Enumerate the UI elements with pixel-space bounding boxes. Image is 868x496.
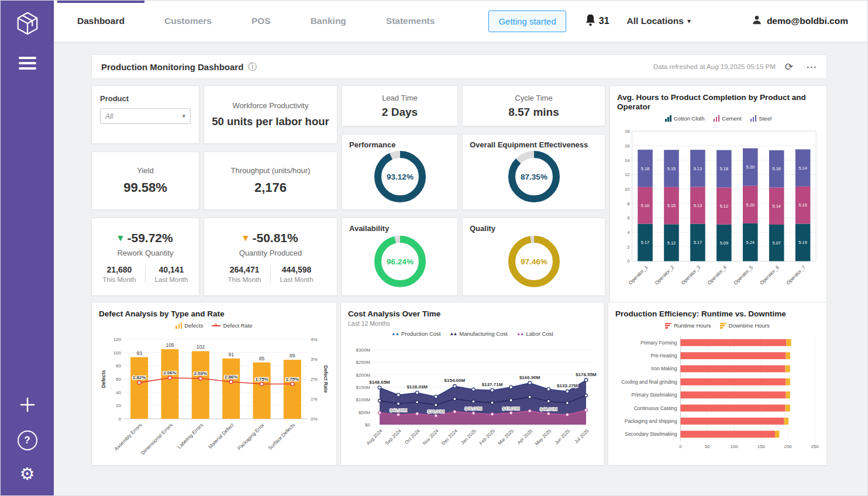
delta-value: -59.72% [128,231,173,245]
kpi-value: 50 units per labor hour [212,115,329,128]
svg-text:Labeling Errors: Labeling Errors [176,422,204,450]
legend-item[interactable]: ▲▲Production Cost [391,330,440,337]
rework-quantity-card: ▼ -59.72% Rework Quantity 21,680 This Mo… [91,218,199,296]
down-arrow-icon: ▼ [243,234,248,242]
notifications[interactable]: 31 [585,13,609,29]
quantity-produced-card: ▼ -50.81% Quantity Produced 264,471 This… [204,218,337,296]
chart-legend: ▲▲Production Cost▲▲Manufacturing Cost▲▲L… [348,329,597,339]
svg-text:$154.00M: $154.00M [445,378,466,383]
location-selector[interactable]: All Locations ▾ [627,16,691,26]
legend-item[interactable]: Defect Rate [212,322,252,329]
legend-item[interactable]: Downtime Hours [720,322,770,329]
svg-text:5.14: 5.14 [773,204,781,209]
legend-item[interactable]: Cement [714,115,742,122]
legend-swatch-icon [714,115,720,122]
svg-text:5.20: 5.20 [746,165,755,170]
legend-item[interactable]: ▲▲Manufacturing Cost [449,330,507,337]
menu-hamburger-icon[interactable] [15,53,40,73]
legend-item[interactable]: Defects [175,322,203,329]
legend-item[interactable]: Steel [750,115,771,122]
tab-banking[interactable]: Banking [291,1,366,42]
dashboard-tabs: Dashboard Customers POS Banking Statemen… [57,1,454,42]
svg-text:Apr 2025: Apr 2025 [516,428,534,446]
legend-swatch-icon [175,322,182,329]
help-button[interactable]: ? [18,430,37,450]
legend-item[interactable]: ▲▲Labor Cost [516,330,553,337]
boldbi-logo-icon[interactable] [14,10,41,39]
svg-text:$148.65M: $148.65M [369,380,390,385]
svg-text:4: 4 [627,230,630,235]
settings-gear-icon[interactable]: ⚙ [20,466,35,483]
chart-title: Cost Analysis Over Time [348,309,597,319]
svg-text:5.19: 5.19 [798,240,807,246]
svg-text:93.12%: 93.12% [387,173,414,181]
lead-time-card: Lead Time 2 Days [342,85,458,126]
legend-item[interactable]: Runtime Hours [665,322,711,329]
add-button[interactable] [19,397,36,415]
svg-text:Operator_6: Operator_6 [759,264,780,286]
svg-text:5.13: 5.13 [694,166,702,171]
svg-text:Operator_7: Operator_7 [785,264,807,286]
product-select-value: All [105,112,113,120]
svg-text:40: 40 [116,390,121,395]
this-month-value: 21,680 [101,265,137,274]
svg-text:Operator_4: Operator_4 [706,264,728,286]
svg-text:5.17: 5.17 [641,240,649,246]
legend-label: Production Cost [401,330,441,337]
svg-text:5.15: 5.15 [667,166,676,171]
tab-pos[interactable]: POS [232,1,291,42]
legend-swatch-icon [212,323,221,328]
svg-text:5.09: 5.09 [720,240,728,246]
svg-text:Secondary Steelmaking: Secondary Steelmaking [625,432,677,438]
svg-text:150: 150 [757,445,766,450]
tab-dashboard[interactable]: Dashboard [57,1,144,42]
tab-statements[interactable]: Statements [366,1,455,42]
svg-text:$166.90M: $166.90M [519,375,540,380]
oee-donut-chart: 87.35% [507,149,562,206]
svg-text:Defects: Defects [101,370,106,388]
this-month-label: This Month [226,276,263,283]
product-select[interactable]: All ▾ [100,108,191,124]
svg-text:5.18: 5.18 [720,167,728,172]
bottom-charts: Defect Analysis by Type and Rate Defects… [91,302,827,466]
tab-customers[interactable]: Customers [144,1,232,42]
info-icon[interactable]: ⓘ [248,61,257,73]
legend-label: Labor Cost [526,330,553,337]
down-arrow-icon: ▼ [118,234,123,242]
availability-donut-chart: 96.24% [373,234,428,291]
svg-text:Iron Making: Iron Making [651,366,677,372]
kpi-title: Quantity Produced [239,249,302,257]
svg-text:96.24%: 96.24% [387,257,414,266]
svg-text:5.13: 5.13 [694,203,702,208]
refresh-icon[interactable]: ⟳ [785,61,793,73]
svg-text:87.35%: 87.35% [521,173,547,181]
user-account[interactable]: demo@boldbi.com [752,15,848,27]
svg-text:$250M: $250M [356,360,371,366]
more-options-icon[interactable]: ⋯ [806,60,817,73]
svg-text:2.06%: 2.06% [163,370,177,376]
chart-legend: DefectsDefect Rate [99,321,329,330]
legend-label: Manufacturing Cost [459,330,507,337]
legend-label: Defects [184,322,203,329]
svg-text:8: 8 [627,201,630,206]
legend-swatch-icon [665,115,671,122]
svg-text:$137.71M: $137.71M [482,382,503,387]
user-email: demo@boldbi.com [767,16,848,26]
svg-text:$36.00M: $36.00M [428,409,445,414]
legend-label: Cotton Cloth [674,115,705,122]
legend-swatch-icon: ▲▲ [391,331,399,336]
svg-text:Pre-Heating: Pre-Heating [650,353,677,359]
legend-label: Runtime Hours [674,322,711,329]
svg-text:100: 100 [113,350,122,356]
getting-started-button[interactable]: Getting started [488,11,566,32]
legend-label: Downtime Hours [729,322,770,329]
svg-text:Feb 2025: Feb 2025 [478,428,497,446]
svg-text:1.75%: 1.75% [285,377,299,382]
svg-text:1.75%: 1.75% [255,377,268,382]
svg-text:1%: 1% [311,397,318,402]
svg-text:5.16: 5.16 [773,167,781,172]
chart-subtitle: Last 12 Months [348,320,597,327]
svg-text:85: 85 [259,356,265,361]
svg-text:Assembly Errors: Assembly Errors [113,422,143,452]
legend-item[interactable]: Cotton Cloth [665,115,705,122]
